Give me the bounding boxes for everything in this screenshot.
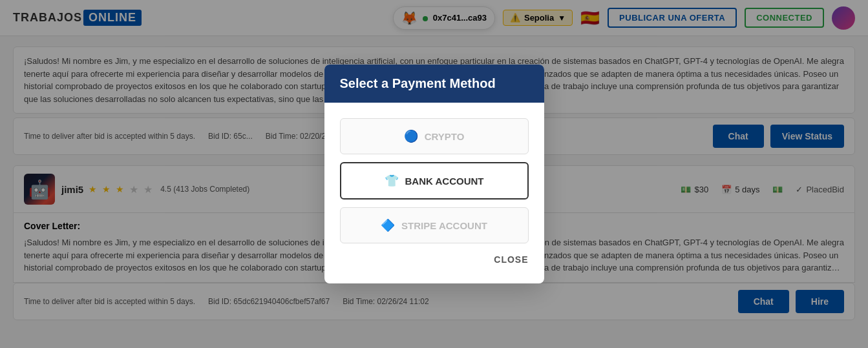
modal-title: Select a Payment Method (324, 65, 544, 103)
crypto-payment-option[interactable]: 🔵 CRYPTO (340, 118, 529, 154)
modal-close-row: CLOSE (340, 254, 529, 265)
bank-icon: 👕 (385, 174, 399, 188)
bank-label: BANK ACCOUNT (405, 176, 484, 187)
crypto-label: CRYPTO (425, 131, 465, 142)
stripe-icon: 🔷 (381, 218, 395, 232)
bank-payment-option[interactable]: 👕 BANK ACCOUNT (340, 162, 529, 200)
crypto-icon: 🔵 (404, 129, 418, 143)
stripe-label: STRIPE ACCOUNT (401, 220, 487, 231)
close-button[interactable]: CLOSE (494, 254, 528, 265)
stripe-payment-option[interactable]: 🔷 STRIPE ACCOUNT (340, 207, 529, 243)
modal-overlay: Select a Payment Method 🔵 CRYPTO 👕 BANK … (0, 0, 868, 348)
payment-modal: Select a Payment Method 🔵 CRYPTO 👕 BANK … (324, 65, 544, 283)
